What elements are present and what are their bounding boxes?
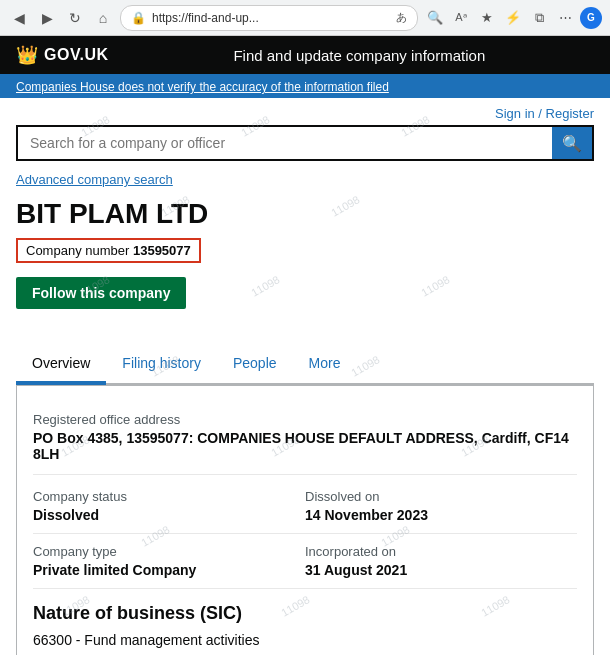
company-number-badge: Company number 13595077 xyxy=(16,238,201,263)
gov-logo: 👑 GOV.UK xyxy=(16,44,109,66)
browser-chrome: ◀ ▶ ↻ ⌂ 🔒 https://find-and-up... あ 🔍 Aᵃ … xyxy=(0,0,610,36)
nature-of-business-section: Nature of business (SIC) 66300 - Fund ma… xyxy=(33,603,577,648)
tab-people[interactable]: People xyxy=(217,345,293,383)
notice-bar: Companies House does not verify the accu… xyxy=(0,74,610,98)
tab-filing-history[interactable]: Filing history xyxy=(106,345,217,383)
registered-office-label: Registered office address xyxy=(33,412,577,427)
gov-logo-text: GOV.UK xyxy=(44,46,109,64)
incorporated-on-label: Incorporated on xyxy=(305,544,577,559)
company-type-block: Company type Private limited Company xyxy=(33,534,305,589)
dissolved-on-label: Dissolved on xyxy=(305,489,577,504)
crown-icon: 👑 xyxy=(16,44,38,66)
sign-in-link[interactable]: Sign in / Register xyxy=(495,106,594,121)
registered-office-block: Registered office address PO Box 4385, 1… xyxy=(33,402,577,475)
browser-action-buttons: 🔍 Aᵃ ★ ⚡ ⧉ ⋯ G xyxy=(424,7,602,29)
back-button[interactable]: ◀ xyxy=(8,7,30,29)
site-title: Find and update company information xyxy=(125,47,594,64)
incorporated-on-value: 31 August 2021 xyxy=(305,562,577,578)
company-type-value: Private limited Company xyxy=(33,562,305,578)
profile-button[interactable]: G xyxy=(580,7,602,29)
gov-header: 👑 GOV.UK Find and update company informa… xyxy=(0,36,610,74)
company-status-block: Company status Dissolved xyxy=(33,479,305,534)
search-browser-button[interactable]: 🔍 xyxy=(424,7,446,29)
search-button[interactable]: 🔍 xyxy=(552,127,592,159)
extensions-button[interactable]: ⚡ xyxy=(502,7,524,29)
company-name: BIT PLAM LTD xyxy=(16,199,594,230)
dissolved-on-value: 14 November 2023 xyxy=(305,507,577,523)
nature-value: 66300 - Fund management activities xyxy=(33,632,577,648)
company-number-value: 13595077 xyxy=(133,243,191,258)
status-grid: Company status Dissolved Dissolved on 14… xyxy=(33,479,577,589)
translate-icon: あ xyxy=(396,10,407,25)
company-number-label: Company number xyxy=(26,243,129,258)
company-status-value: Dissolved xyxy=(33,507,305,523)
company-status-label: Company status xyxy=(33,489,305,504)
tab-more[interactable]: More xyxy=(293,345,357,383)
text-size-button[interactable]: Aᵃ xyxy=(450,7,472,29)
search-input[interactable] xyxy=(18,127,552,159)
more-browser-button[interactable]: ⋯ xyxy=(554,7,576,29)
search-container: 🔍 xyxy=(16,125,594,161)
nature-title: Nature of business (SIC) xyxy=(33,603,577,624)
follow-company-button[interactable]: Follow this company xyxy=(16,277,186,309)
dissolved-on-block: Dissolved on 14 November 2023 xyxy=(305,479,577,534)
company-type-label: Company type xyxy=(33,544,305,559)
refresh-button[interactable]: ↻ xyxy=(64,7,86,29)
registered-office-value: PO Box 4385, 13595077: COMPANIES HOUSE D… xyxy=(33,430,577,462)
forward-button[interactable]: ▶ xyxy=(36,7,58,29)
url-text: https://find-and-up... xyxy=(152,11,390,25)
split-view-button[interactable]: ⧉ xyxy=(528,7,550,29)
address-bar[interactable]: 🔒 https://find-and-up... あ xyxy=(120,5,418,31)
incorporated-on-block: Incorporated on 31 August 2021 xyxy=(305,534,577,589)
notice-link[interactable]: Companies House does not verify the accu… xyxy=(16,80,389,94)
lock-icon: 🔒 xyxy=(131,11,146,25)
advanced-company-search-link[interactable]: Advanced company search xyxy=(16,172,173,187)
sign-in-bar: Sign in / Register xyxy=(16,98,594,125)
favorites-button[interactable]: ★ xyxy=(476,7,498,29)
main-content: Sign in / Register 🔍 Advanced company se… xyxy=(0,98,610,655)
tab-overview[interactable]: Overview xyxy=(16,345,106,385)
advanced-search-link-container: Advanced company search xyxy=(16,171,594,187)
home-button[interactable]: ⌂ xyxy=(92,7,114,29)
tabs-container: Overview Filing history People More xyxy=(16,345,594,385)
overview-content-card: Registered office address PO Box 4385, 1… xyxy=(16,385,594,655)
